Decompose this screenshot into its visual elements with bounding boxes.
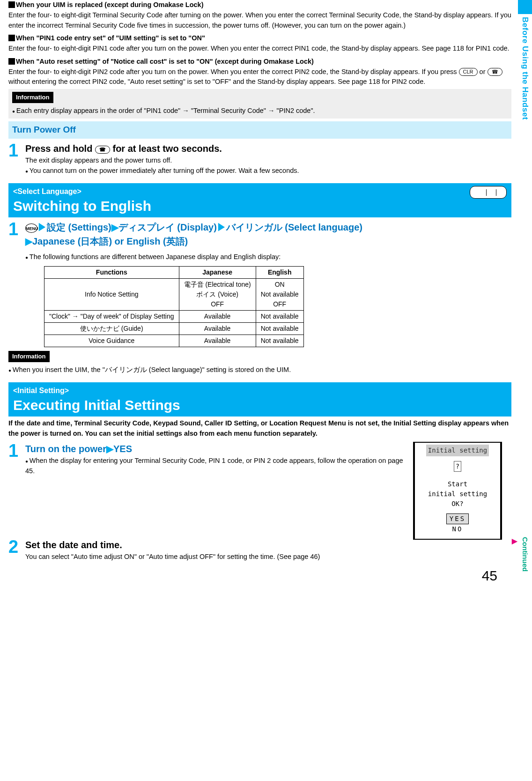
language-diff-table: FunctionsJapaneseEnglish Info Notice Set… — [44, 266, 304, 347]
power-off-note1: The exit display appears and the power t… — [25, 156, 511, 166]
autoreset-heading: When "Auto reset setting" of "Notice cal… — [8, 57, 511, 67]
chapter-marker — [518, 0, 532, 14]
lang-diff-note: The following functions are different be… — [25, 252, 511, 262]
clr-key-icon: CLR — [459, 68, 478, 76]
init-step1-head: Turn on the power▶YES — [25, 442, 406, 456]
initial-setting-screen: Initial setting ? Start initial setting … — [413, 442, 502, 540]
table-row: 使いかたナビ (Guide)AvailableNot available — [44, 323, 304, 335]
init-step1-note: When the display for entering your Termi… — [25, 456, 406, 476]
page-number: 45 — [8, 565, 497, 586]
init-step2-body: You can select "Auto time adjust ON" or … — [25, 552, 511, 562]
initial-setting-intro: If the date and time, Terminal Security … — [8, 418, 511, 439]
uim-replaced-body: Enter the four- to eight-digit Terminal … — [8, 10, 511, 31]
topic-tag: <Initial Setting> — [13, 385, 507, 396]
step-number-1: 1 — [8, 220, 25, 351]
phone-key-icon: ☎ — [95, 146, 110, 154]
init-step2-head: Set the date and time. — [25, 538, 511, 552]
info2-body: When you insert the UIM, the "バイリンガル (Se… — [8, 365, 511, 375]
pin1-heading: When "PIN1 code entry set" of "UIM setti… — [8, 33, 511, 44]
info-body: Each entry display appears in the order … — [12, 106, 508, 116]
power-off-step-head: Press and hold ☎ for at least two second… — [25, 141, 511, 156]
chapter-label: Before Using the Handset — [519, 17, 531, 120]
information-box-1: Information Each entry display appears i… — [8, 89, 511, 119]
table-row: Voice GuidanceAvailableNot available — [44, 335, 304, 347]
screen-yes-option: YES — [446, 513, 469, 524]
continued-marker: Continued — [509, 537, 530, 572]
step-number-1: 1 — [8, 141, 25, 176]
step-number-2: 2 — [8, 538, 25, 562]
info-label: Information — [8, 351, 50, 362]
table-row: "Clock" → "Day of week" of Display Setti… — [44, 311, 304, 323]
uim-replaced-heading: When your UIM is replaced (except during… — [8, 0, 511, 10]
table-row: Info Notice Setting電子音 (Electrical tone)… — [44, 279, 304, 311]
topic-tag: <Select Language> — [13, 186, 507, 197]
initial-setting-bar: <Initial Setting> Executing Initial Sett… — [8, 382, 511, 417]
power-off-bar: Turn Power Off — [8, 121, 511, 139]
power-off-note2: You cannot turn on the power immediately… — [25, 166, 511, 176]
side-chapter-tab: Before Using the Handset — [518, 0, 532, 120]
step-number-1: 1 — [8, 442, 25, 540]
screen-no-option: NO — [415, 524, 500, 534]
menu-key-icon: MENU — [25, 223, 37, 233]
topic-title: Executing Initial Settings — [13, 397, 507, 413]
topic-title: Switching to English — [13, 198, 507, 214]
autoreset-body: Enter the four- to eight-digit PIN2 code… — [8, 67, 511, 88]
menu-shortcut: MENU15 — [470, 186, 507, 199]
phone-key-icon: ☎ — [488, 68, 502, 76]
lang-step-path: MENU▶設定 (Settings)▶ディスプレイ (Display)▶バイリン… — [25, 220, 511, 248]
select-language-bar: MENU15 <Select Language> Switching to En… — [8, 183, 511, 217]
info-label: Information — [12, 92, 53, 103]
pin1-body: Enter the four- to eight-digit PIN1 code… — [8, 44, 511, 54]
